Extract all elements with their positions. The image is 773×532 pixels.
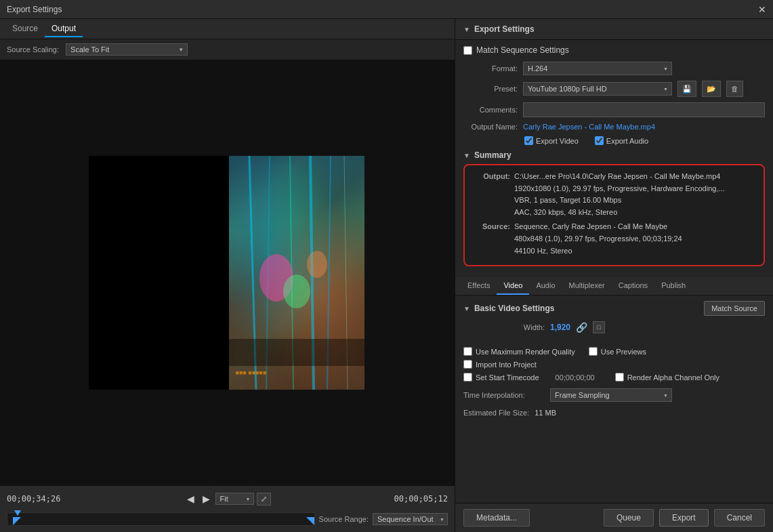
queue-button[interactable]: Queue	[604, 509, 654, 527]
timecode-right: 00;00;05;12	[394, 494, 448, 504]
comments-label: Comments:	[463, 106, 518, 114]
render-alpha-label[interactable]: Render Alpha Channel Only	[627, 373, 719, 382]
import-into-project-item: Import Into Project	[463, 360, 537, 369]
render-options-row: Use Maximum Render Quality Use Previews	[463, 347, 765, 356]
source-scaling-select[interactable]: Scale To Fit Scale To Fill Stretch To Fi…	[66, 43, 188, 56]
match-sequence-checkbox[interactable]	[463, 46, 472, 55]
video-lines-svg	[229, 156, 364, 390]
tab-video[interactable]: Video	[497, 277, 529, 295]
svg-point-8	[307, 251, 327, 278]
titlebar: Export Settings ✕	[0, 0, 773, 19]
preset-delete-button[interactable]: 🗑	[726, 81, 743, 97]
bottom-controls: 00;00;34;26 ◀ ▶ Fit 25% 50% 100% ⤢ 00;00	[0, 485, 455, 532]
export-audio-checkbox[interactable]	[595, 136, 604, 145]
export-button[interactable]: Export	[659, 509, 709, 527]
source-scaling-select-wrapper: Scale To Fit Scale To Fill Stretch To Fi…	[66, 43, 188, 56]
import-into-project-label[interactable]: Import Into Project	[476, 361, 537, 369]
preview-right: ■■■ ■■■■■	[229, 156, 364, 390]
left-panel: Source Output Source Scaling: Scale To F…	[0, 19, 455, 532]
file-size-label: Estimated File Size:	[463, 409, 529, 417]
export-audio-row: Export Audio	[595, 136, 648, 145]
bottom-buttons: Metadata... Queue Export Cancel	[455, 503, 773, 532]
summary-source-row: Source: Sequence, Carly Rae Jepsen - Cal…	[473, 221, 755, 257]
export-options-row: Export Video Export Audio	[463, 136, 765, 145]
summary-source-label: Source:	[473, 221, 510, 257]
playback-controls: ◀ ▶ Fit 25% 50% 100% ⤢	[184, 492, 271, 506]
fit-select[interactable]: Fit 25% 50% 100%	[215, 493, 254, 505]
use-max-render-label[interactable]: Use Maximum Render Quality	[476, 348, 575, 356]
import-into-project-checkbox[interactable]	[463, 360, 472, 369]
export-video-checkbox[interactable]	[524, 136, 533, 145]
play-button[interactable]: ▶	[200, 492, 213, 506]
summary-arrow[interactable]: ▼	[463, 152, 470, 159]
timeline-bar[interactable]	[7, 512, 315, 526]
format-select[interactable]: H.264 H.265 ProRes	[523, 62, 672, 75]
video-text-overlay: ■■■ ■■■■■	[236, 369, 267, 376]
fullscreen-button[interactable]: ⤢	[257, 493, 271, 506]
use-max-render-item: Use Maximum Render Quality	[463, 347, 575, 356]
export-video-label[interactable]: Export Video	[536, 137, 579, 145]
basic-video-section: ▼ Basic Video Settings Match Source Widt…	[455, 295, 773, 344]
output-name-row: Output Name: Carly Rae Jepsen - Call Me …	[463, 123, 765, 131]
basic-video-arrow[interactable]: ▼	[463, 305, 470, 312]
summary-source-value: Sequence, Carly Rae Jepsen - Call Me May…	[514, 221, 755, 257]
summary-output-row: Output: C:\User...ere Pro\14.0\Carly Rae…	[473, 171, 755, 218]
set-start-timecode-item: Set Start Timecode	[463, 373, 539, 382]
basic-video-title-group: ▼ Basic Video Settings	[463, 304, 554, 313]
summary-output-label: Output:	[473, 171, 510, 218]
time-interpolation-select[interactable]: Frame Sampling Frame Blending Optical Fl…	[550, 388, 672, 402]
right-panel: ▼ Export Settings Match Sequence Setting…	[455, 19, 773, 532]
preset-select-wrapper: YouTube 1080p Full HD YouTube 720p HD Vi…	[523, 82, 672, 96]
preset-select[interactable]: YouTube 1080p Full HD YouTube 720p HD Vi…	[523, 82, 672, 96]
fit-select-wrapper: Fit 25% 50% 100%	[215, 493, 254, 505]
use-previews-checkbox[interactable]	[589, 347, 598, 356]
summary-header: ▼ Summary	[463, 150, 765, 160]
width-label: Width:	[463, 323, 545, 331]
preview-left	[89, 156, 229, 390]
tab-captions[interactable]: Captions	[612, 277, 654, 295]
use-previews-item: Use Previews	[589, 347, 646, 356]
preset-save-button[interactable]: 💾	[677, 81, 696, 97]
export-settings-arrow[interactable]: ▼	[463, 26, 470, 33]
output-name-link[interactable]: Carly Rae Jepsen - Call Me Maybe.mp4	[523, 123, 655, 131]
match-source-button[interactable]: Match Source	[704, 301, 765, 316]
set-start-timecode-label[interactable]: Set Start Timecode	[476, 373, 539, 382]
tab-multiplexer[interactable]: Multiplexer	[562, 277, 612, 295]
tab-effects[interactable]: Effects	[461, 277, 497, 295]
match-sequence-label[interactable]: Match Sequence Settings	[476, 45, 569, 55]
timecode-left: 00;00;34;26	[7, 494, 60, 504]
tab-output[interactable]: Output	[45, 21, 83, 37]
summary-output-value: C:\User...ere Pro\14.0\Carly Rae Jepsen …	[514, 171, 755, 218]
comments-input[interactable]	[523, 102, 765, 117]
file-size-value: 11 MB	[535, 409, 556, 417]
metadata-button[interactable]: Metadata...	[463, 509, 530, 527]
basic-video-header: ▼ Basic Video Settings Match Source	[463, 301, 765, 316]
checkboxes-section: Use Maximum Render Quality Use Previews …	[455, 344, 773, 384]
use-max-render-checkbox[interactable]	[463, 347, 472, 356]
out-point-marker	[306, 517, 314, 525]
tab-audio[interactable]: Audio	[529, 277, 562, 295]
step-back-button[interactable]: ◀	[184, 492, 197, 506]
export-audio-label[interactable]: Export Audio	[606, 137, 648, 145]
timecode-row: 00;00;34;26 ◀ ▶ Fit 25% 50% 100% ⤢ 00;00	[7, 489, 448, 509]
render-alpha-checkbox[interactable]	[615, 373, 624, 382]
preset-import-button[interactable]: 📂	[702, 81, 721, 97]
preset-label: Preset:	[463, 85, 518, 93]
format-select-wrapper: H.264 H.265 ProRes	[523, 62, 672, 75]
summary-box: Output: C:\User...ere Pro\14.0\Carly Rae…	[463, 164, 765, 266]
project-options-row: Import Into Project	[463, 360, 765, 369]
match-sequence-row: Match Sequence Settings	[463, 45, 765, 55]
use-previews-label[interactable]: Use Previews	[601, 348, 646, 356]
format-label: Format:	[463, 64, 518, 73]
tab-source[interactable]: Source	[5, 21, 45, 37]
summary-section: ▼ Summary Output: C:\User...ere Pro\14.0…	[463, 150, 765, 266]
tab-publish[interactable]: Publish	[654, 277, 692, 295]
set-start-timecode-checkbox[interactable]	[463, 373, 472, 382]
source-range-select[interactable]: Sequence In/Out Entire Sequence Work Are…	[373, 513, 448, 525]
cancel-button[interactable]: Cancel	[714, 509, 765, 527]
link-icon[interactable]: 🔗	[576, 322, 587, 333]
close-button[interactable]: ✕	[758, 5, 766, 14]
titlebar-title: Export Settings	[7, 5, 62, 14]
width-value: 1,920	[550, 323, 570, 332]
lock-box[interactable]: □	[593, 321, 605, 333]
